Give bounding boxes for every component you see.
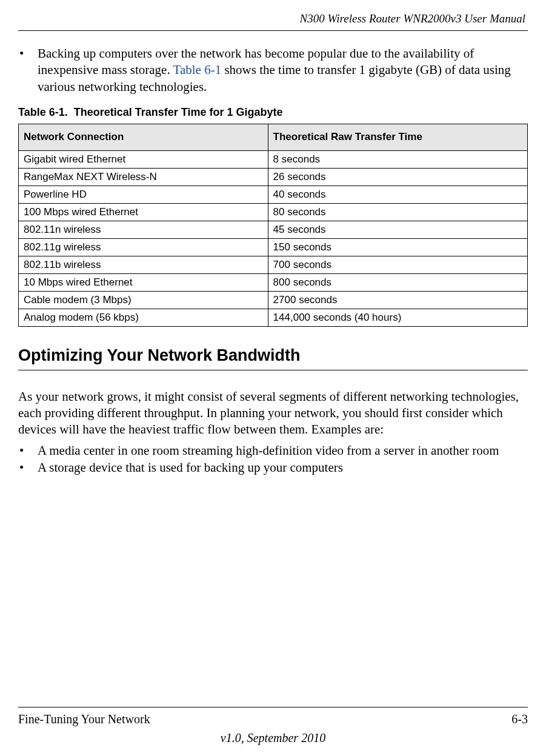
table-row: Gigabit wired Ethernet8 seconds — [19, 150, 528, 168]
table-caption-label: Table 6-1. — [18, 106, 68, 118]
header-rule — [18, 30, 528, 31]
table-row: 10 Mbps wired Ethernet800 seconds — [19, 273, 528, 291]
footer-version: v1.0, September 2010 — [18, 731, 528, 745]
table-row: RangeMax NEXT Wireless-N26 seconds — [19, 168, 528, 186]
bullet-dot: • — [18, 459, 38, 476]
body-paragraph: As your network grows, it might consist … — [18, 389, 528, 438]
bullet-text: Backing up computers over the network ha… — [38, 45, 528, 95]
table-link[interactable]: Table 6-1 — [173, 62, 222, 77]
table-row: 802.11g wireless150 seconds — [19, 238, 528, 256]
cell-time: 700 seconds — [268, 256, 527, 273]
table-row: 802.11b wireless700 seconds — [19, 256, 528, 273]
cell-connection: Cable modem (3 Mbps) — [19, 291, 268, 309]
cell-connection: 802.11n wireless — [19, 221, 268, 238]
cell-time: 26 seconds — [268, 168, 527, 186]
footer-rule — [18, 707, 528, 707]
cell-time: 8 seconds — [268, 150, 527, 168]
bullet-dot: • — [18, 45, 38, 95]
bullet-dot: • — [18, 442, 38, 459]
table-row: Powerline HD40 seconds — [19, 186, 528, 203]
cell-connection: Analog modem (56 kbps) — [19, 309, 268, 326]
cell-time: 144,000 seconds (40 hours) — [268, 309, 527, 326]
bullet-item: • A storage device that is used for back… — [18, 459, 528, 476]
table-row: 802.11n wireless45 seconds — [19, 221, 528, 238]
cell-connection: 10 Mbps wired Ethernet — [19, 273, 268, 291]
table-caption: Table 6-1. Theoretical Transfer Time for… — [18, 106, 528, 119]
cell-time: 150 seconds — [268, 238, 527, 256]
table-row: Analog modem (56 kbps)144,000 seconds (4… — [19, 309, 528, 326]
footer-chapter: Fine-Tuning Your Network — [18, 712, 150, 726]
doc-title: N300 Wireless Router WNR2000v3 User Manu… — [18, 12, 528, 30]
footer-page-number: 6-3 — [511, 712, 528, 726]
transfer-time-table: Network Connection Theoretical Raw Trans… — [18, 124, 528, 327]
bullet-item: • Backing up computers over the network … — [18, 45, 528, 95]
cell-connection: Powerline HD — [19, 186, 268, 203]
col-header-time: Theoretical Raw Transfer Time — [268, 124, 527, 150]
cell-connection: 100 Mbps wired Ethernet — [19, 203, 268, 221]
cell-connection: RangeMax NEXT Wireless-N — [19, 168, 268, 186]
page-footer: Fine-Tuning Your Network 6-3 v1.0, Septe… — [18, 707, 528, 745]
cell-connection: Gigabit wired Ethernet — [19, 150, 268, 168]
table-row: 100 Mbps wired Ethernet80 seconds — [19, 203, 528, 221]
cell-time: 80 seconds — [268, 203, 527, 221]
cell-time: 800 seconds — [268, 273, 527, 291]
cell-connection: 802.11b wireless — [19, 256, 268, 273]
col-header-connection: Network Connection — [19, 124, 268, 150]
section-heading: Optimizing Your Network Bandwidth — [18, 346, 528, 370]
cell-time: 45 seconds — [268, 221, 527, 238]
cell-connection: 802.11g wireless — [19, 238, 268, 256]
bullet-item: • A media center in one room streaming h… — [18, 442, 528, 459]
table-caption-title: Theoretical Transfer Time for 1 Gigabyte — [74, 106, 283, 118]
cell-time: 2700 seconds — [268, 291, 527, 309]
table-row: Cable modem (3 Mbps)2700 seconds — [19, 291, 528, 309]
bullet-text: A media center in one room streaming hig… — [38, 442, 528, 459]
bullet-text: A storage device that is used for backin… — [38, 459, 528, 476]
table-header-row: Network Connection Theoretical Raw Trans… — [19, 124, 528, 150]
cell-time: 40 seconds — [268, 186, 527, 203]
